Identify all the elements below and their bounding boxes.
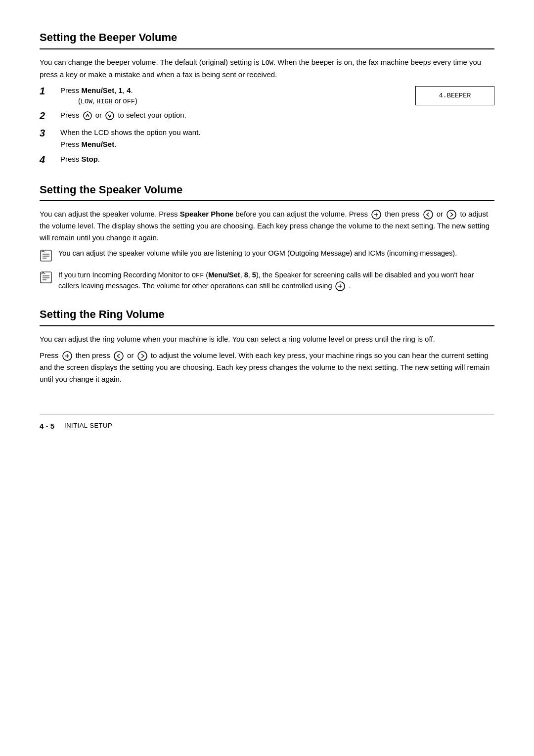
- speaker-note1: You can adjust the speaker volume while …: [40, 248, 494, 265]
- off-code: OFF: [192, 272, 204, 279]
- ring-title: Setting the Ring Volume: [40, 307, 494, 322]
- svg-point-21: [114, 352, 123, 360]
- speaker-then-press: then press: [385, 210, 421, 218]
- step1-low: LOW: [81, 98, 92, 105]
- note-pencil-icon1: [40, 249, 52, 262]
- ring-title-block: Setting the Ring Volume: [40, 307, 494, 326]
- speaker-intro: You can adjust the speaker volume. Press…: [40, 208, 494, 243]
- right-key-icon: [446, 209, 457, 220]
- step4-stop: Stop: [82, 155, 98, 163]
- step1-press-label: Press: [60, 86, 82, 94]
- down-arrow-icon: [105, 111, 115, 121]
- note1-icon: [40, 249, 54, 265]
- step3-sub: Press Menu/Set.: [60, 139, 201, 150]
- step1-sub: (LOW, HIGH or OFF): [60, 96, 137, 107]
- step1-menuset: Menu/Set: [82, 86, 115, 94]
- beeper-step1-line: 1 Press Menu/Set, 1, 4. (LOW, HIGH or OF…: [40, 85, 400, 110]
- num5: 5: [252, 271, 256, 279]
- speaker-title-block: Setting the Speaker Volume: [40, 182, 494, 202]
- svg-point-0: [84, 112, 91, 120]
- step2-or: or: [95, 111, 104, 119]
- speaker-note1-text: You can adjust the speaker volume while …: [58, 248, 457, 259]
- step1-off: OFF: [123, 98, 135, 105]
- step1-4: 4: [127, 86, 131, 94]
- up-arrow-icon: [83, 111, 92, 121]
- step1-comma1: ,: [114, 86, 118, 94]
- step2-text: to select your option.: [118, 111, 186, 119]
- ring-divider: [40, 325, 494, 326]
- step1-1: 1: [119, 86, 123, 94]
- beeper-title-block: Setting the Beeper Volume: [40, 30, 494, 49]
- speaker-title: Setting the Speaker Volume: [40, 182, 494, 198]
- speaker-phone-icon2: [335, 281, 346, 292]
- beeper-step1-row: 1 Press Menu/Set, 1, 4. (LOW, HIGH or OF…: [40, 85, 494, 110]
- step3-menuset: Menu/Set: [82, 140, 115, 148]
- num8: 8: [244, 271, 248, 279]
- footer-page: 4 - 5: [40, 421, 54, 432]
- step2-press: Press: [60, 111, 82, 119]
- speaker-divider: [40, 200, 494, 201]
- ring-section: Setting the Ring Volume You can adjust t…: [40, 307, 494, 385]
- lcd-display: 4.BEEPER: [415, 86, 494, 105]
- step1-num: 1: [40, 84, 57, 98]
- footer-section: INITIAL SETUP: [64, 421, 112, 431]
- speaker-phone-icon1: [371, 209, 382, 220]
- footer: 4 - 5 INITIAL SETUP: [40, 414, 494, 432]
- step3-content: When the LCD shows the option you want. …: [60, 127, 201, 150]
- speaker-note2: If you turn Incoming Recording Monitor t…: [40, 270, 494, 292]
- beeper-divider: [40, 48, 494, 49]
- step2-num: 2: [40, 109, 57, 123]
- menuset-ref: Menu/Set: [208, 271, 240, 279]
- step1-comma2: ,: [123, 86, 127, 94]
- beeper-title: Setting the Beeper Volume: [40, 30, 494, 45]
- ring-sp-icon1: [62, 351, 73, 361]
- step4-content: Press Stop.: [60, 154, 100, 165]
- step1-high: HIGH: [96, 98, 112, 105]
- svg-point-5: [424, 210, 433, 219]
- beeper-step3: 3 When the LCD shows the option you want…: [40, 127, 494, 150]
- step4-num: 4: [40, 153, 57, 167]
- speaker-section: Setting the Speaker Volume You can adjus…: [40, 182, 494, 292]
- note-pencil-icon2: [40, 271, 52, 284]
- beeper-low-code: LOW: [262, 59, 273, 67]
- speaker-phone-label: Speaker Phone: [180, 210, 233, 218]
- speaker-or: or: [437, 210, 445, 218]
- beeper-step2: 2 Press or to select your option.: [40, 110, 494, 123]
- step2-content: Press or to select your option.: [60, 110, 186, 121]
- ring-body: Press then press or to adjust the volume…: [40, 350, 494, 385]
- beeper-section: Setting the Beeper Volume You can change…: [40, 30, 494, 167]
- svg-point-6: [447, 210, 456, 219]
- speaker-note2-text: If you turn Incoming Recording Monitor t…: [58, 270, 494, 292]
- beeper-intro: You can change the beeper volume. The de…: [40, 56, 494, 80]
- beeper-step4: 4 Press Stop.: [40, 154, 494, 167]
- step1-content: Press Menu/Set, 1, 4. (LOW, HIGH or OFF): [60, 85, 137, 110]
- step1-period: .: [131, 86, 133, 94]
- step3-text: When the LCD shows the option you want.: [60, 128, 201, 136]
- lcd-text: 4.BEEPER: [439, 92, 471, 99]
- ring-or: or: [127, 351, 136, 359]
- svg-point-1: [106, 112, 114, 120]
- ring-right-icon: [137, 351, 148, 361]
- ring-intro: You can adjust the ring volume when your…: [40, 333, 494, 345]
- svg-point-22: [138, 352, 147, 360]
- left-key-icon: [423, 209, 434, 220]
- ring-then-press: then press: [76, 351, 112, 359]
- speaker-adjust-text: to adjust the volume level. The display …: [40, 210, 490, 241]
- ring-left-icon: [113, 351, 124, 361]
- note2-icon: [40, 271, 54, 287]
- step3-num: 3: [40, 126, 57, 140]
- beeper-step1-text: 1 Press Menu/Set, 1, 4. (LOW, HIGH or OF…: [40, 85, 400, 110]
